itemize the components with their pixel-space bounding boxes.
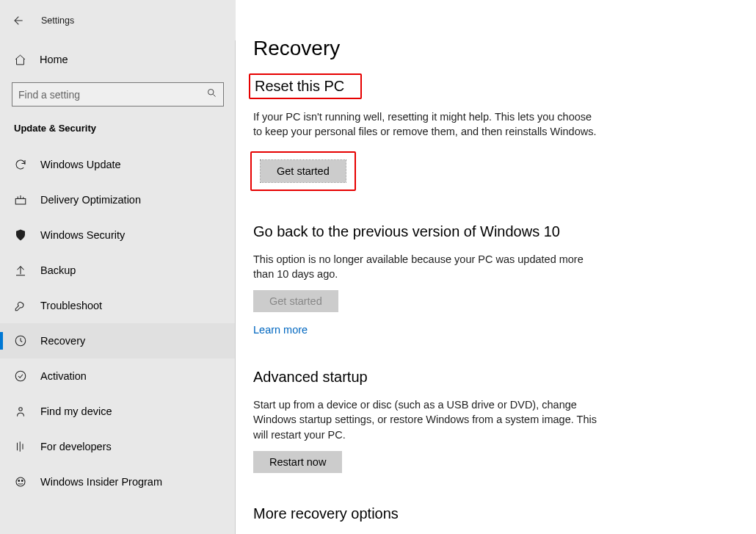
sidebar-nav: Windows Update Delivery Optimization: [0, 147, 236, 499]
svg-point-6: [18, 480, 20, 482]
back-arrow-icon[interactable]: [12, 15, 23, 26]
insider-icon: [14, 475, 27, 488]
sidebar-item-windows-insider-program[interactable]: Windows Insider Program: [0, 464, 236, 499]
section-body: If your PC isn't running well, resetting…: [253, 109, 598, 140]
troubleshoot-icon: [14, 299, 27, 312]
section-body: Start up from a device or disc (such as …: [253, 397, 598, 442]
sidebar: Settings Home Update & Security: [0, 0, 236, 534]
svg-point-0: [208, 90, 214, 95]
sidebar-item-windows-security[interactable]: Windows Security: [0, 217, 236, 253]
sidebar-item-label: For developers: [40, 441, 112, 452]
sidebar-item-label: Recovery: [40, 335, 85, 347]
section-heading: Reset this PC: [255, 78, 344, 95]
sidebar-item-find-my-device[interactable]: Find my device: [0, 394, 236, 429]
sidebar-item-label: Delivery Optimization: [40, 194, 141, 206]
sidebar-item-label: Windows Security: [40, 229, 125, 241]
section-body: This option is no longer available becau…: [253, 252, 598, 282]
svg-point-4: [19, 408, 23, 411]
section-heading: Go back to the previous version of Windo…: [253, 223, 598, 240]
sidebar-category: Update & Security: [0, 107, 236, 140]
sidebar-item-label: Troubleshoot: [40, 300, 102, 311]
get-started-button[interactable]: Get started: [261, 160, 346, 182]
app-label: Settings: [41, 15, 74, 26]
search-input[interactable]: [18, 89, 206, 101]
find-device-icon: [14, 405, 27, 418]
svg-point-5: [16, 477, 25, 486]
shield-icon: [14, 228, 27, 242]
svg-point-3: [15, 371, 26, 381]
sidebar-item-home[interactable]: Home: [0, 44, 236, 71]
svg-point-7: [21, 480, 23, 482]
home-label: Home: [40, 54, 68, 65]
sidebar-item-for-developers[interactable]: For developers: [0, 429, 236, 464]
page-title: Recovery: [253, 37, 727, 60]
sidebar-item-backup[interactable]: Backup: [0, 253, 236, 288]
section-heading: Advanced startup: [253, 369, 598, 386]
sidebar-item-label: Windows Update: [40, 159, 121, 170]
section-reset-this-pc: Reset this PC If your PC isn't running w…: [253, 76, 598, 191]
search-box[interactable]: [12, 82, 224, 107]
sidebar-item-delivery-optimization[interactable]: Delivery Optimization: [0, 182, 236, 217]
section-heading: More recovery options: [253, 505, 598, 522]
restart-now-button[interactable]: Restart now: [253, 451, 342, 473]
section-go-back: Go back to the previous version of Windo…: [253, 223, 598, 337]
refresh-icon: [14, 158, 27, 171]
sidebar-item-label: Windows Insider Program: [40, 476, 162, 488]
section-advanced-startup: Advanced startup Start up from a device …: [253, 369, 598, 473]
sidebar-item-label: Activation: [40, 370, 87, 382]
sidebar-item-windows-update[interactable]: Windows Update: [0, 147, 236, 182]
learn-more-link[interactable]: Learn more: [253, 324, 308, 336]
svg-rect-1: [15, 199, 26, 205]
home-icon: [14, 54, 26, 66]
developers-icon: [14, 440, 27, 453]
highlight-annotation: Get started: [250, 151, 356, 191]
search-icon: [206, 87, 217, 101]
sidebar-item-label: Find my device: [40, 405, 112, 417]
sidebar-item-recovery[interactable]: Recovery: [0, 323, 236, 358]
get-started-button-disabled: Get started: [253, 290, 338, 312]
activation-icon: [14, 369, 27, 383]
main-content: Recovery Reset this PC If your PC isn't …: [236, 0, 756, 534]
recovery-icon: [14, 334, 27, 347]
sidebar-item-label: Backup: [40, 264, 76, 276]
backup-icon: [14, 264, 27, 277]
sidebar-item-activation[interactable]: Activation: [0, 358, 236, 394]
delivery-icon: [14, 193, 27, 206]
sidebar-item-troubleshoot[interactable]: Troubleshoot: [0, 288, 236, 323]
section-more-recovery-options: More recovery options: [253, 505, 598, 522]
highlight-annotation: Reset this PC: [249, 73, 362, 99]
